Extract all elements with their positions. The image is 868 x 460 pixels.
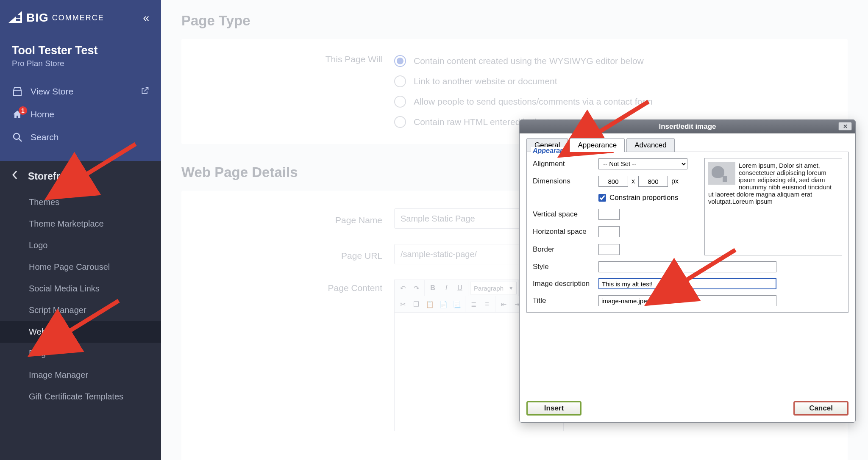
svg-rect-3 [14, 90, 21, 95]
cancel-button[interactable]: Cancel [793, 401, 849, 416]
radio-icon [394, 96, 406, 108]
sidebar-item-gift[interactable]: Gift Certificate Templates [0, 386, 161, 407]
image-description-input[interactable] [598, 278, 776, 289]
page-url-label: Page URL [199, 247, 394, 261]
paste-icon[interactable]: 📋 [423, 298, 436, 310]
dimensions-label: Dimensions [533, 177, 598, 186]
page-name-label: Page Name [199, 212, 394, 225]
paragraph-select[interactable]: Paragraph▾ [470, 282, 517, 294]
chevron-left-icon [12, 170, 20, 182]
imgdesc-label: Image description [533, 280, 598, 288]
dialog-tabs: General Appearance Advanced [526, 138, 849, 152]
hspace-input[interactable] [598, 226, 620, 237]
search-icon [12, 132, 23, 143]
preview-thumb-icon [708, 162, 735, 185]
dim-height-input[interactable] [638, 176, 668, 187]
radio-link[interactable]: Link to another website or document [394, 71, 830, 91]
external-link-icon [141, 86, 149, 97]
sidebar-item-imagemgr[interactable]: Image Manager [0, 364, 161, 386]
home-badge: 1 [19, 106, 27, 115]
store-icon [12, 86, 23, 97]
brand-logo: BIGCOMMERCE [8, 10, 104, 25]
close-icon[interactable]: ✕ [838, 122, 852, 130]
svg-rect-1 [16, 15, 20, 18]
alignment-select[interactable]: -- Not Set -- [598, 158, 687, 169]
sidebar-item-carousel[interactable]: Home Page Carousel [0, 256, 161, 278]
dialog-title: Insert/edit image [659, 122, 716, 131]
radio-icon [394, 116, 406, 128]
alignment-label: Alignment [533, 160, 598, 168]
underline-icon[interactable]: U [453, 282, 466, 294]
imgtitle-label: Title [533, 297, 598, 305]
home-icon: 1 [12, 109, 23, 120]
sidebar-top: BIGCOMMERCE « Tool Tester Test Pro Plan … [0, 0, 161, 161]
section-title: Storefront [28, 171, 75, 182]
radio-wysiwyg[interactable]: Contain content created using the WYSIWY… [394, 51, 830, 71]
sidebar-item-blog[interactable]: Blog [0, 343, 161, 364]
page-content-label: Page Content [199, 280, 394, 293]
italic-icon[interactable]: I [440, 282, 453, 294]
logo-row: BIGCOMMERCE « [0, 0, 161, 36]
constrain-label: Constrain proportions [609, 194, 679, 202]
tab-appearance[interactable]: Appearance [570, 138, 625, 152]
radio-link-label: Link to another website or document [414, 76, 557, 86]
style-input[interactable] [598, 261, 776, 272]
radio-wysiwyg-label: Contain content created using the WYSIWY… [414, 56, 644, 66]
radio-contact[interactable]: Allow people to send questions/comments … [394, 91, 830, 112]
this-page-will-label: This Page Will [199, 51, 394, 64]
vspace-label: Vertical space [533, 210, 598, 219]
dim-x: x [632, 177, 635, 185]
sidebar-item-logo[interactable]: Logo [0, 235, 161, 256]
outdent-icon[interactable]: ⇤ [497, 298, 510, 310]
sidebar: BIGCOMMERCE « Tool Tester Test Pro Plan … [0, 0, 161, 460]
page-type-heading: Page Type [181, 13, 848, 29]
undo-icon[interactable]: ↶ [396, 282, 409, 294]
fieldset-legend: Appearance [531, 147, 573, 155]
sidebar-item-script[interactable]: Script Manager [0, 299, 161, 321]
nav-home[interactable]: 1 Home [0, 103, 161, 126]
sidebar-item-themes[interactable]: Themes [0, 191, 161, 213]
sidebar-item-social[interactable]: Social Media Links [0, 278, 161, 299]
nav-view-store-label: View Store [31, 86, 73, 97]
radio-contact-label: Allow people to send questions/comments … [414, 97, 653, 107]
nav-search-label: Search [31, 132, 59, 142]
store-name: Tool Tester Test [0, 36, 161, 57]
insert-image-dialog: Insert/edit image ✕ General Appearance A… [519, 119, 856, 423]
border-input[interactable] [598, 244, 620, 255]
radio-icon [394, 75, 406, 87]
svg-rect-2 [16, 19, 20, 21]
section-storefront[interactable]: Storefront [0, 161, 161, 191]
paste-text-icon[interactable]: 📄 [437, 298, 450, 310]
radio-icon [394, 55, 406, 67]
bold-icon[interactable]: B [426, 282, 439, 294]
dim-width-input[interactable] [598, 176, 628, 187]
bullet-list-icon[interactable]: ≣ [467, 298, 480, 310]
bigcommerce-icon [8, 10, 23, 25]
tab-advanced[interactable]: Advanced [626, 138, 675, 152]
nav-search[interactable]: Search [0, 126, 161, 149]
border-label: Border [533, 245, 598, 254]
plan-name: Pro Plan Store [0, 57, 161, 80]
brand-commerce: COMMERCE [52, 14, 104, 22]
brand-big: BIG [26, 11, 49, 25]
copy-icon[interactable]: ❐ [410, 298, 423, 310]
constrain-checkbox[interactable] [598, 194, 606, 202]
collapse-icon[interactable]: « [143, 11, 149, 25]
sidebar-item-webpages[interactable]: Web Pages [0, 321, 161, 343]
dim-px: px [671, 177, 679, 185]
insert-button[interactable]: Insert [526, 401, 581, 416]
number-list-icon[interactable]: ≡ [481, 298, 493, 310]
style-label: Style [533, 263, 598, 271]
preview-box: Lorem ipsum, Dolor sit amet, consectetue… [704, 158, 842, 255]
redo-icon[interactable]: ↷ [410, 282, 423, 294]
vspace-input[interactable] [598, 209, 620, 220]
dialog-title-bar[interactable]: Insert/edit image ✕ [520, 120, 855, 133]
image-title-input[interactable] [598, 295, 776, 306]
appearance-fieldset: Appearance Alignment -- Not Set -- Lorem… [526, 152, 849, 313]
cut-icon[interactable]: ✂ [396, 298, 409, 310]
sidebar-item-marketplace[interactable]: Theme Marketplace [0, 213, 161, 235]
hspace-label: Horizontal space [533, 227, 598, 236]
nav-home-label: Home [31, 109, 54, 119]
nav-view-store[interactable]: View Store [0, 80, 161, 103]
paste-word-icon[interactable]: 📃 [451, 298, 463, 310]
